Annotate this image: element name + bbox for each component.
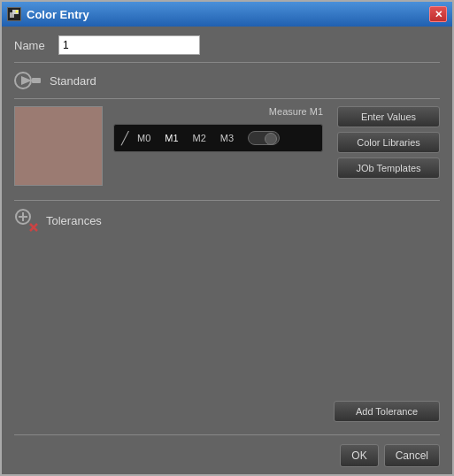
app-icon — [7, 7, 21, 21]
standard-row: Standard — [14, 70, 440, 99]
cancel-button[interactable]: Cancel — [384, 444, 440, 467]
measure-bar[interactable]: ╱ M0 M1 M2 M3 — [113, 124, 323, 152]
bottom-bar: OK Cancel — [2, 439, 452, 474]
tolerances-icon — [14, 208, 39, 233]
measure-buttons: M0 M1 M2 M3 — [134, 131, 280, 145]
standard-label: Standard — [50, 74, 96, 88]
dialog-window: Color Entry ✕ Name Standard — [0, 0, 454, 476]
add-tolerance-button[interactable]: Add Tolerance — [334, 401, 440, 422]
main-section: Measure M1 ╱ M0 M1 M2 M3 Enter Values Co… — [14, 106, 440, 193]
tolerances-body — [14, 240, 440, 394]
arrow-icon — [14, 70, 42, 91]
tolerances-header: Tolerances — [14, 208, 440, 233]
add-tolerance-row: Add Tolerance — [14, 401, 440, 422]
tolerances-section: Tolerances Add Tolerance — [14, 200, 440, 422]
measure-label: Measure M1 — [113, 106, 323, 117]
measure-m1-btn[interactable]: M1 — [161, 131, 181, 145]
measure-m3-btn[interactable]: M3 — [217, 131, 237, 145]
color-swatch — [14, 106, 103, 186]
dialog-title: Color Entry — [27, 8, 89, 21]
job-templates-button[interactable]: JOb Templates — [337, 157, 440, 179]
ok-button[interactable]: OK — [340, 444, 378, 467]
name-label: Name — [14, 39, 50, 52]
name-input[interactable] — [58, 35, 200, 55]
color-libraries-button[interactable]: Color Libraries — [337, 132, 440, 153]
right-buttons: Enter Values Color Libraries JOb Templat… — [334, 106, 440, 186]
name-row: Name — [14, 35, 440, 63]
svg-point-2 — [16, 11, 19, 13]
title-bar: Color Entry ✕ — [2, 2, 452, 27]
bottom-divider — [14, 434, 440, 435]
dialog-content: Name Standard Measure M1 ╱ — [2, 27, 452, 431]
measure-line-icon: ╱ — [121, 131, 128, 145]
svg-rect-5 — [32, 78, 41, 83]
enter-values-button[interactable]: Enter Values — [337, 106, 440, 127]
close-button[interactable]: ✕ — [429, 6, 447, 22]
measure-m2-btn[interactable]: M2 — [189, 131, 210, 145]
measure-m0-btn[interactable]: M0 — [134, 131, 154, 145]
measure-toggle[interactable] — [248, 131, 280, 145]
measure-controls: Measure M1 ╱ M0 M1 M2 M3 — [113, 106, 323, 186]
tolerances-label: Tolerances — [46, 214, 102, 227]
title-bar-left: Color Entry — [7, 7, 89, 21]
